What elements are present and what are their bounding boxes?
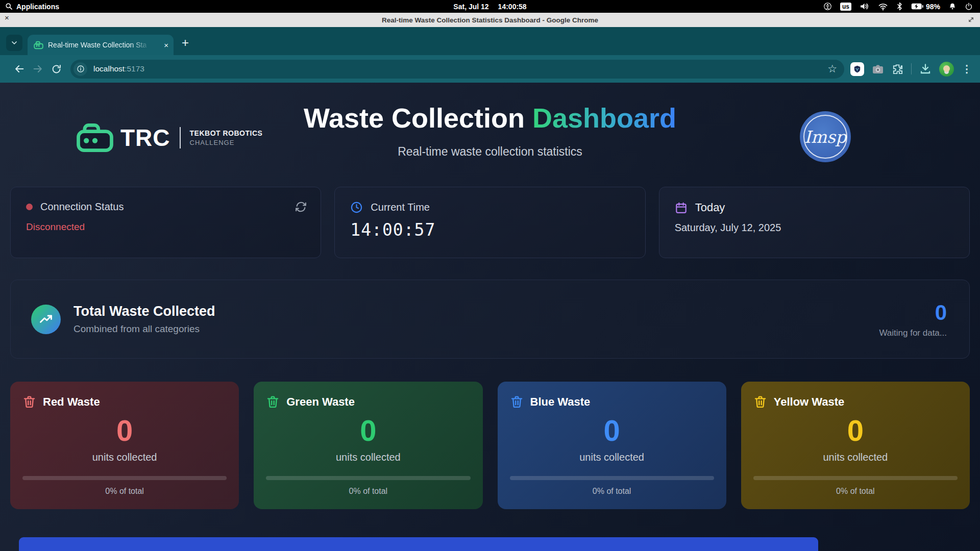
waste-card-value: 0 bbox=[266, 416, 470, 445]
calendar-icon bbox=[675, 202, 688, 214]
window-titlebar: × Real-time Waste Collection Statistics … bbox=[0, 13, 980, 27]
total-waste-subtitle: Combined from all categories bbox=[74, 323, 215, 335]
desktop-top-bar: Applications Sat, Jul 12 14:00:58 us 98% bbox=[0, 0, 980, 13]
system-clock[interactable]: Sat, Jul 12 14:00:58 bbox=[453, 0, 526, 13]
browser-toolbar: localhost:5173 ☆ ⋮ bbox=[0, 55, 980, 83]
current-time-value: 14:00:57 bbox=[350, 220, 629, 240]
battery-indicator[interactable]: 98% bbox=[911, 3, 940, 11]
today-label: Today bbox=[695, 201, 725, 214]
imsp-logo: Imsp bbox=[800, 111, 851, 162]
total-waste-card: Total Waste Collected Combined from all … bbox=[10, 280, 970, 359]
keyboard-layout-indicator[interactable]: us bbox=[840, 3, 851, 11]
tab-search-button[interactable] bbox=[6, 35, 22, 51]
applications-menu[interactable]: Applications bbox=[0, 3, 59, 11]
url-host: localhost bbox=[93, 64, 125, 73]
trash-icon bbox=[753, 395, 767, 409]
waste-card-value: 0 bbox=[510, 416, 714, 445]
connection-status-label: Connection Status bbox=[40, 201, 124, 213]
tab-favicon-robot-icon bbox=[34, 41, 43, 49]
progress-track bbox=[753, 476, 958, 480]
trending-up-icon-badge bbox=[31, 305, 61, 334]
toolbar-extensions-area: ⋮ bbox=[850, 62, 972, 77]
back-arrow-icon bbox=[14, 63, 25, 74]
window-close-button[interactable]: × bbox=[5, 14, 9, 21]
waste-card-percent: 0% of total bbox=[753, 487, 958, 496]
total-waste-note: Waiting for data... bbox=[879, 328, 947, 338]
accessibility-icon[interactable] bbox=[823, 2, 832, 11]
trash-icon bbox=[510, 395, 524, 409]
waste-card-name: Blue Waste bbox=[530, 395, 591, 409]
forward-button[interactable] bbox=[29, 60, 47, 78]
trash-icon bbox=[266, 395, 280, 409]
next-section-peek bbox=[19, 537, 818, 551]
red-waste-card: Red Waste 0 units collected 0% of total bbox=[10, 382, 239, 509]
bluetooth-icon[interactable] bbox=[896, 2, 903, 11]
applications-label: Applications bbox=[16, 3, 59, 11]
toolbar-divider bbox=[911, 63, 912, 74]
battery-icon bbox=[911, 3, 923, 10]
new-tab-button[interactable]: + bbox=[182, 37, 189, 49]
refresh-icon[interactable] bbox=[295, 201, 307, 213]
shield-glyph-icon bbox=[853, 65, 862, 73]
reload-button[interactable] bbox=[47, 60, 65, 78]
url-port: :5173 bbox=[125, 64, 144, 73]
extensions-puzzle-icon[interactable] bbox=[892, 63, 903, 75]
volume-icon[interactable] bbox=[860, 2, 870, 11]
chevron-down-icon bbox=[10, 39, 18, 47]
waste-card-percent: 0% of total bbox=[22, 487, 227, 496]
wifi-icon[interactable] bbox=[878, 3, 888, 11]
waste-card-name: Red Waste bbox=[43, 395, 100, 409]
url-address-bar[interactable]: localhost:5173 ☆ bbox=[70, 60, 844, 79]
connection-status-value: Disconnected bbox=[26, 221, 305, 233]
clock-icon bbox=[350, 201, 363, 214]
today-card: Today Saturday, July 12, 2025 bbox=[659, 187, 970, 258]
dashboard-page: TRC TEKBOT ROBOTICS CHALLENGE Waste Coll… bbox=[0, 83, 980, 551]
progress-track bbox=[266, 476, 470, 480]
notifications-bell-icon[interactable] bbox=[948, 2, 957, 11]
page-title-accent: Dashboard bbox=[532, 103, 676, 133]
waste-card-value: 0 bbox=[753, 416, 958, 445]
waste-card-value: 0 bbox=[22, 416, 227, 445]
waste-card-units: units collected bbox=[510, 452, 714, 463]
progress-track bbox=[510, 476, 714, 480]
waste-card-percent: 0% of total bbox=[510, 487, 714, 496]
connection-status-card: Connection Status Disconnected bbox=[10, 187, 321, 258]
reload-icon bbox=[51, 64, 62, 74]
status-cards-row: Connection Status Disconnected Current T… bbox=[10, 187, 970, 258]
back-button[interactable] bbox=[10, 60, 29, 78]
waste-card-units: units collected bbox=[266, 452, 470, 463]
profile-avatar[interactable] bbox=[939, 62, 954, 77]
waste-card-units: units collected bbox=[753, 452, 958, 463]
window-resize-icon[interactable] bbox=[967, 16, 975, 23]
power-icon[interactable] bbox=[965, 2, 973, 11]
browser-tab-active[interactable]: Real-time Waste Collection Sta × bbox=[28, 35, 174, 55]
tab-title: Real-time Waste Collection Sta bbox=[48, 41, 150, 49]
system-date: Sat, Jul 12 bbox=[453, 3, 488, 11]
site-info-button[interactable] bbox=[74, 62, 87, 76]
camera-extension-icon[interactable] bbox=[872, 64, 884, 74]
waste-card-units: units collected bbox=[22, 452, 227, 463]
tab-close-button[interactable]: × bbox=[164, 41, 168, 49]
window-title: Real-time Waste Collection Statistics Da… bbox=[0, 16, 980, 24]
browser-menu-button[interactable]: ⋮ bbox=[962, 63, 972, 75]
green-waste-card: Green Waste 0 units collected 0% of tota… bbox=[254, 382, 482, 509]
waste-card-percent: 0% of total bbox=[266, 487, 470, 496]
waste-cards-row: Red Waste 0 units collected 0% of total … bbox=[10, 382, 970, 509]
waste-card-name: Yellow Waste bbox=[774, 395, 845, 409]
total-waste-title: Total Waste Collected bbox=[74, 304, 215, 319]
imsp-logo-text: Imsp bbox=[804, 127, 846, 147]
progress-track bbox=[22, 476, 227, 480]
trending-up-icon bbox=[39, 312, 53, 327]
current-time-card: Current Time 14:00:57 bbox=[334, 187, 645, 258]
current-time-label: Current Time bbox=[371, 202, 430, 213]
bookmark-star-icon[interactable]: ☆ bbox=[827, 63, 837, 75]
search-icon bbox=[5, 3, 13, 10]
system-tray: us 98% bbox=[823, 2, 980, 11]
connection-status-dot bbox=[26, 204, 33, 210]
info-icon bbox=[77, 65, 85, 73]
battery-percent: 98% bbox=[926, 3, 940, 11]
downloads-icon[interactable] bbox=[919, 63, 932, 75]
blue-waste-card: Blue Waste 0 units collected 0% of total bbox=[498, 382, 726, 509]
extension-shield-icon[interactable] bbox=[850, 62, 864, 76]
waste-card-name: Green Waste bbox=[286, 395, 355, 409]
